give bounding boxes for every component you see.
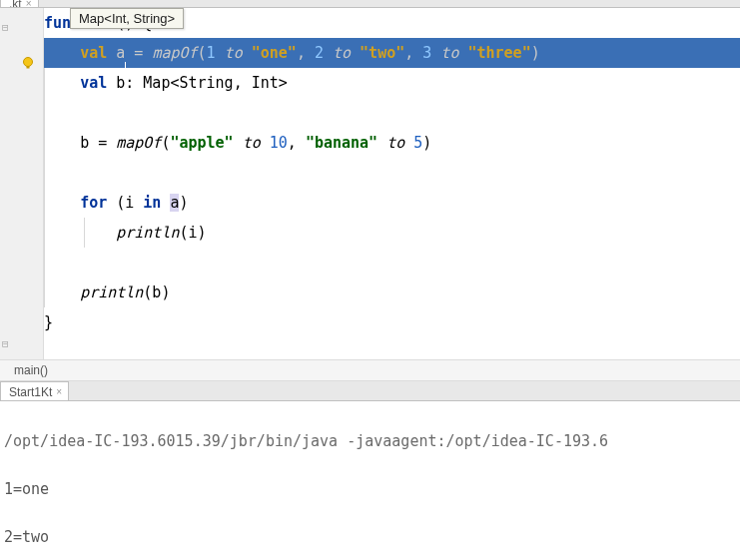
code-editor[interactable]: ⊟ ⊟ Map<Int, String> fun main() { val a …: [0, 8, 740, 359]
run-tab-label: Start1Kt: [9, 385, 52, 399]
fold-end-icon[interactable]: ⊟: [2, 337, 9, 350]
code-line-blank[interactable]: [44, 248, 740, 278]
breadcrumb-item[interactable]: main(): [14, 363, 48, 377]
code-line[interactable]: for (i in a): [44, 188, 740, 218]
run-tab[interactable]: Start1Kt ×: [0, 381, 69, 400]
code-line[interactable]: println(b): [44, 278, 740, 307]
svg-rect-1: [27, 66, 30, 69]
code-line[interactable]: b = mapOf("apple" to 10, "banana" to 5): [44, 128, 740, 158]
svg-point-0: [24, 58, 33, 67]
close-icon[interactable]: ×: [26, 1, 32, 7]
file-tab-label: .kt: [9, 1, 22, 7]
code-line-selected[interactable]: val a = mapOf(1 to "one", 2 to "two", 3 …: [44, 38, 740, 68]
code-area[interactable]: Map<Int, String> fun main() { val a = ma…: [44, 8, 740, 359]
fold-toggle-icon[interactable]: ⊟: [2, 21, 9, 34]
console-output-line: 1=one: [4, 477, 736, 501]
close-icon[interactable]: ×: [56, 386, 62, 397]
breadcrumb[interactable]: main(): [0, 359, 740, 381]
editor-tab-bar: .kt ×: [0, 0, 740, 8]
code-line-blank[interactable]: [44, 158, 740, 188]
code-line[interactable]: }: [44, 307, 740, 337]
console-output-line: 2=two: [4, 525, 736, 549]
gutter: ⊟ ⊟: [0, 8, 44, 359]
run-console[interactable]: /opt/idea-IC-193.6015.39/jbr/bin/java -j…: [0, 401, 740, 560]
type-hint-tooltip: Map<Int, String>: [70, 8, 184, 29]
code-line-blank[interactable]: [44, 98, 740, 128]
intention-bulb-icon[interactable]: [20, 55, 36, 71]
console-command: /opt/idea-IC-193.6015.39/jbr/bin/java -j…: [4, 429, 736, 453]
code-line[interactable]: val b: Map<String, Int>: [44, 68, 740, 98]
code-line[interactable]: println(i): [44, 218, 740, 248]
file-tab[interactable]: .kt ×: [0, 0, 39, 7]
run-tab-bar: Start1Kt ×: [0, 381, 740, 401]
